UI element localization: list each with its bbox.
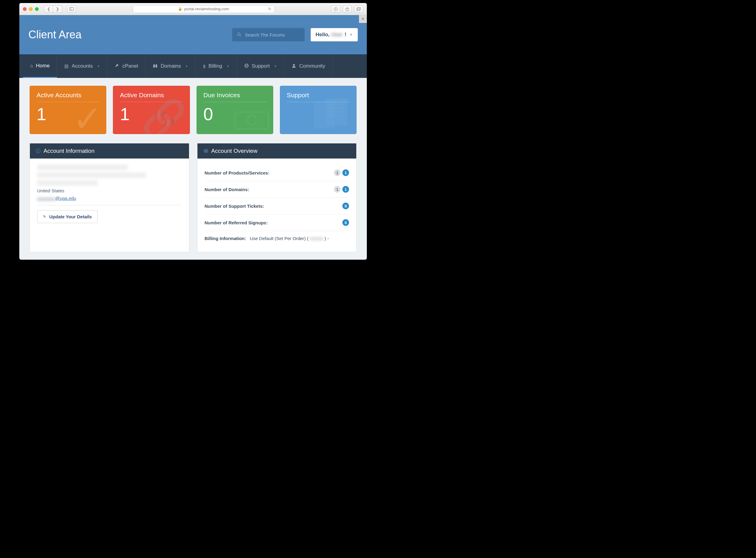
- check-circle-icon: ✓: [73, 98, 103, 134]
- maximize-window-button[interactable]: [35, 7, 38, 11]
- overview-row-referred: Number of Referred Signups: 0: [205, 214, 349, 231]
- panel-header: Account Overview: [198, 144, 357, 158]
- tabs-button[interactable]: [354, 5, 363, 13]
- svg-rect-17: [235, 112, 268, 129]
- update-details-button[interactable]: ✎ Update Your Details: [37, 210, 98, 223]
- downloads-button[interactable]: [331, 5, 340, 13]
- row-label: Number of Domains:: [205, 187, 250, 192]
- svg-point-25: [205, 150, 207, 152]
- svg-line-7: [240, 35, 241, 36]
- svg-rect-5: [358, 7, 361, 10]
- svg-point-8: [153, 66, 155, 68]
- forward-button[interactable]: ❯: [53, 5, 62, 13]
- nav-support[interactable]: Support ▼: [237, 54, 284, 78]
- link-icon: 🔗: [141, 98, 187, 134]
- svg-rect-12: [155, 65, 156, 66]
- new-tab-button[interactable]: +: [359, 15, 367, 23]
- overview-row-billing: Billing Information: Use Default (Set Pe…: [205, 231, 349, 246]
- card-active-accounts[interactable]: Active Accounts 1 ✓: [30, 86, 106, 134]
- panel-header: ⓘ Account Information: [30, 144, 189, 158]
- nav-domains-label: Domains: [161, 63, 181, 69]
- svg-rect-4: [357, 8, 360, 10]
- billing-suffix: ) -: [324, 236, 329, 241]
- forum-search-input[interactable]: [245, 32, 300, 37]
- chevron-down-icon: ▼: [227, 65, 230, 68]
- binoculars-icon: [153, 64, 158, 69]
- user-icon: [292, 64, 296, 69]
- card-active-domains[interactable]: Active Domains 1 🔗: [113, 86, 190, 134]
- dollar-icon: $: [203, 64, 205, 69]
- pencil-icon: ✎: [43, 214, 46, 219]
- search-icon: [237, 32, 241, 37]
- badge-count-gray: 1: [334, 170, 341, 176]
- badge-count-gray: 1: [334, 186, 341, 193]
- nav-cpanel-label: cPanel: [122, 63, 138, 69]
- chevron-down-icon: ▼: [185, 65, 188, 68]
- address-bar[interactable]: 🔒 portal.reclaimhosting.com ↻: [133, 5, 275, 13]
- page-header: Client Area Hello, User ! ▼: [19, 15, 367, 54]
- redacted-text: xxxxxx: [310, 236, 323, 241]
- row-label: Number of Referred Signups:: [205, 220, 268, 225]
- share-button[interactable]: [343, 5, 352, 13]
- lock-icon: 🔒: [178, 7, 182, 11]
- eye-icon: [204, 149, 208, 154]
- redacted-line: [37, 172, 146, 178]
- svg-point-9: [155, 66, 157, 68]
- hello-suffix: !: [344, 32, 346, 38]
- row-label: Number of Support Tickets:: [205, 204, 264, 209]
- minimize-window-button[interactable]: [29, 7, 33, 11]
- money-icon: [234, 98, 270, 134]
- back-button[interactable]: ❮: [44, 5, 53, 13]
- billing-label: Billing Information:: [205, 236, 246, 241]
- window-controls: [23, 7, 38, 11]
- content-area: Active Accounts 1 ✓ Active Domains 1 🔗 D…: [19, 78, 367, 260]
- documents-icon: [311, 95, 353, 134]
- badge-count-blue[interactable]: 1: [342, 186, 349, 193]
- email-link[interactable]: xxxxxxxx@uga.edu: [37, 196, 76, 201]
- nav-accounts-label: Accounts: [72, 63, 93, 69]
- badge-count-blue[interactable]: 1: [342, 170, 349, 176]
- panels-row: ⓘ Account Information United States xxxx…: [30, 143, 357, 252]
- card-support[interactable]: Support: [280, 86, 357, 134]
- chevron-down-icon: ▼: [349, 33, 353, 37]
- email-row: xxxxxxxx@uga.edu: [37, 196, 182, 201]
- divider: [37, 205, 182, 205]
- nav-domains[interactable]: Domains ▼: [146, 54, 195, 78]
- nav-buttons: ❮ ❯: [44, 5, 62, 13]
- nav-cpanel[interactable]: cPanel: [107, 54, 146, 78]
- forum-search[interactable]: [232, 28, 305, 41]
- svg-rect-10: [153, 64, 155, 66]
- browser-titlebar: ❮ ❯ 🔒 portal.reclaimhosting.com ↻: [19, 3, 367, 15]
- stat-cards-row: Active Accounts 1 ✓ Active Domains 1 🔗 D…: [30, 86, 357, 134]
- email-suffix: @uga.edu: [55, 196, 76, 201]
- reload-icon[interactable]: ↻: [268, 7, 271, 11]
- nav-billing-label: Billing: [209, 63, 222, 69]
- nav-community[interactable]: Community: [284, 54, 333, 78]
- update-details-label: Update Your Details: [49, 214, 92, 219]
- overview-row-domains: Number of Domains: 1 1: [205, 181, 349, 198]
- toolbar-right: [331, 5, 363, 13]
- panel-body: Number of Products/Services: 1 1 Number …: [198, 158, 357, 252]
- panel-title: Account Overview: [211, 148, 258, 154]
- user-greeting-dropdown[interactable]: Hello, User ! ▼: [311, 28, 358, 41]
- redacted-line: [37, 180, 98, 186]
- wrench-icon: [115, 64, 119, 69]
- sidebar-toggle-button[interactable]: [67, 5, 76, 13]
- badge-count-blue[interactable]: 0: [342, 219, 349, 226]
- nav-community-label: Community: [299, 63, 325, 69]
- card-due-invoices[interactable]: Due Invoices 0: [197, 86, 273, 134]
- row-label: Number of Products/Services:: [205, 170, 269, 175]
- nav-home[interactable]: ⌂ Home: [23, 54, 57, 78]
- billing-value: Use Default (Set Per Order) (: [250, 236, 309, 241]
- chevron-down-icon: ▼: [97, 65, 100, 68]
- info-icon: ⓘ: [36, 148, 41, 154]
- globe-icon: [244, 64, 249, 69]
- nav-billing[interactable]: $ Billing ▼: [195, 54, 237, 78]
- overview-row-tickets: Number of Support Tickets: 0: [205, 198, 349, 214]
- close-window-button[interactable]: [23, 7, 27, 11]
- nav-accounts[interactable]: ▤ Accounts ▼: [57, 54, 107, 78]
- nav-support-label: Support: [252, 63, 270, 69]
- home-icon: ⌂: [30, 63, 33, 68]
- badge-count-blue[interactable]: 0: [342, 203, 349, 209]
- panel-body: United States xxxxxxxx@uga.edu ✎ Update …: [30, 158, 189, 229]
